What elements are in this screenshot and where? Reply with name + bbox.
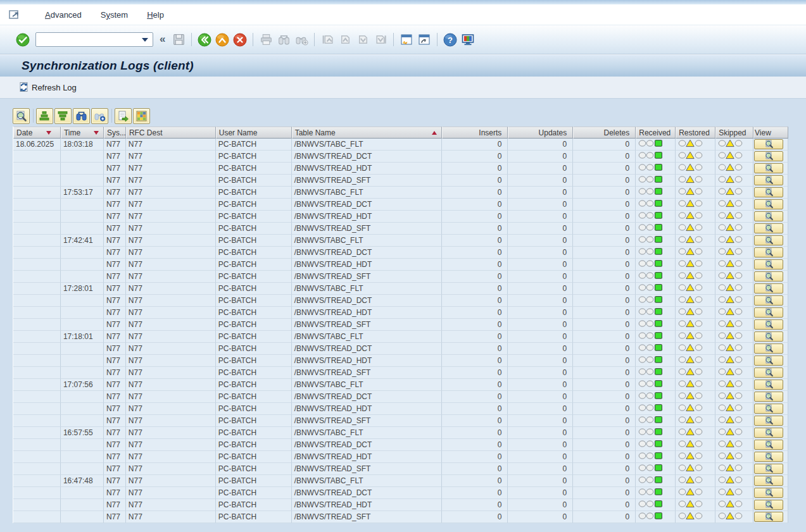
cell-table-name: /BNWVS/TREAD_SFT: [292, 463, 443, 475]
cell-view: [753, 343, 788, 355]
back-button[interactable]: [197, 32, 212, 47]
view-details-button[interactable]: [754, 331, 783, 342]
view-details-icon: [764, 212, 774, 221]
sort-descending-button[interactable]: [54, 108, 72, 124]
view-details-button[interactable]: [754, 223, 783, 233]
menu-item-system[interactable]: System: [91, 10, 137, 20]
column-header-rfc-dest[interactable]: RFC Dest: [126, 127, 216, 139]
column-header-restored[interactable]: Restored: [676, 127, 715, 139]
view-details-button[interactable]: [754, 404, 783, 414]
save-button[interactable]: [171, 32, 186, 47]
cell-table-name: /BNWVS/TREAD_HDT: [292, 403, 443, 415]
last-page-button[interactable]: [373, 32, 388, 47]
find-next-button-alv[interactable]: [91, 108, 108, 124]
view-details-icon: [764, 344, 774, 353]
view-details-button[interactable]: [754, 392, 783, 402]
export-button[interactable]: [115, 108, 132, 124]
find-button[interactable]: [276, 32, 291, 47]
column-header-updates[interactable]: Updates: [508, 127, 573, 139]
status-yellow-led-icon: [718, 404, 743, 414]
column-header-table-name[interactable]: Table Name: [292, 127, 443, 139]
cell-deletes: 0: [573, 355, 636, 367]
find-next-button[interactable]: [294, 32, 309, 47]
column-header-inserts[interactable]: Inserts: [442, 127, 508, 139]
cell-user-name: PC-BATCH: [216, 223, 292, 235]
system-menu-icon[interactable]: [9, 9, 22, 20]
view-details-button[interactable]: [754, 187, 783, 197]
next-page-button[interactable]: [355, 32, 370, 47]
view-details-button[interactable]: [754, 428, 783, 438]
view-details-button[interactable]: [754, 500, 783, 510]
column-header-date[interactable]: Date: [13, 127, 61, 139]
command-input[interactable]: [36, 34, 142, 46]
column-header-time[interactable]: Time: [61, 127, 104, 139]
sort-ascending-button[interactable]: [36, 108, 53, 124]
column-header-deletes[interactable]: Deletes: [573, 127, 636, 139]
sort-descending-icon: [57, 110, 69, 122]
create-shortcut-button[interactable]: [417, 32, 432, 47]
print-button[interactable]: [258, 32, 274, 47]
view-details-button[interactable]: [754, 283, 783, 294]
refresh-log-button[interactable]: Refresh Log: [18, 82, 77, 93]
view-details-button[interactable]: [754, 211, 783, 221]
view-details-button[interactable]: [754, 476, 783, 486]
sort-ascending-icon: [39, 110, 51, 122]
view-details-button[interactable]: [754, 488, 783, 498]
view-details-button[interactable]: [754, 175, 783, 185]
cell-inserts: 0: [442, 259, 508, 271]
view-details-button[interactable]: [754, 440, 783, 450]
cell-inserts: 0: [442, 187, 508, 199]
view-details-button[interactable]: [754, 259, 783, 269]
choose-layout-button[interactable]: [133, 108, 150, 124]
view-details-button[interactable]: [754, 416, 783, 426]
command-field[interactable]: [35, 32, 153, 47]
cancel-button[interactable]: [232, 32, 248, 47]
new-session-button[interactable]: [399, 32, 414, 47]
view-details-button[interactable]: [754, 199, 783, 209]
enter-button[interactable]: [15, 32, 30, 47]
details-button[interactable]: [13, 108, 30, 124]
menu-item-help[interactable]: Help: [137, 10, 173, 20]
view-details-button[interactable]: [754, 356, 783, 366]
cell-user-name: PC-BATCH: [216, 403, 292, 415]
view-details-button[interactable]: [754, 163, 783, 173]
view-details-button[interactable]: [754, 139, 783, 149]
cell-time: [61, 199, 104, 211]
view-details-button[interactable]: [754, 247, 783, 257]
view-details-button[interactable]: [754, 271, 783, 281]
choose-layout-icon: [135, 110, 148, 122]
previous-page-button[interactable]: [337, 32, 353, 47]
table-row: N77 N77 PC-BATCH /BNWVS/TREAD_DCT 0 0 0: [13, 247, 788, 259]
collapse-command-icon[interactable]: «: [160, 33, 165, 46]
view-details-button[interactable]: [754, 343, 783, 354]
customize-layout-button[interactable]: [460, 32, 475, 47]
column-header-skipped[interactable]: Skipped: [715, 127, 753, 139]
cell-table-name: /BNWVS/TABC_FLT: [292, 235, 443, 247]
cell-inserts: 0: [442, 499, 508, 511]
view-details-button[interactable]: [754, 368, 783, 378]
cell-inserts: 0: [442, 319, 508, 331]
command-dropdown-icon[interactable]: [142, 38, 148, 42]
column-header-user-name[interactable]: User Name: [216, 127, 292, 139]
find-button-alv[interactable]: [73, 108, 90, 124]
menu-item-advanced[interactable]: Advanced: [35, 10, 91, 20]
cell-received: [636, 367, 676, 379]
view-details-button[interactable]: [754, 151, 783, 161]
window-top-edge: [0, 0, 806, 4]
view-details-button[interactable]: [754, 512, 783, 522]
view-details-button[interactable]: [754, 235, 783, 245]
exit-button[interactable]: [215, 32, 230, 47]
help-button[interactable]: ?: [443, 32, 458, 47]
view-details-button[interactable]: [754, 295, 783, 306]
view-details-button[interactable]: [754, 452, 783, 462]
cell-received: [636, 379, 676, 391]
column-header-view[interactable]: View: [753, 127, 788, 139]
column-header-sys[interactable]: Sys...: [104, 127, 126, 139]
view-details-button[interactable]: [754, 319, 783, 330]
view-details-button[interactable]: [754, 307, 783, 318]
view-details-button[interactable]: [754, 464, 783, 474]
first-page-button[interactable]: [320, 32, 335, 47]
column-header-received[interactable]: Received: [636, 127, 676, 139]
view-details-button[interactable]: [754, 380, 783, 390]
status-yellow-led-icon: [718, 356, 743, 366]
